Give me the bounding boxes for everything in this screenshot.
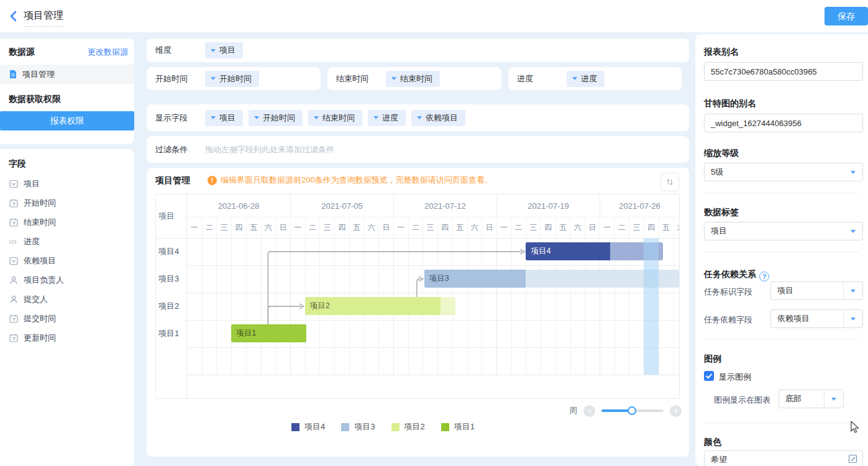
show-legend-checkbox[interactable] <box>704 371 714 381</box>
grid-line <box>187 320 679 321</box>
zoom-out-button[interactable]: − <box>583 405 595 417</box>
number-field-icon: 123 <box>9 237 18 246</box>
display-field-tag-依赖项目[interactable]: 依赖项目 <box>411 110 465 126</box>
start-time-field-tag[interactable]: 开始时间 <box>205 71 259 87</box>
grid-line <box>187 375 679 375</box>
grid-line <box>246 238 247 375</box>
task-dep-field-select[interactable]: 依赖项目 <box>770 309 863 328</box>
task-id-field-select[interactable]: 项目 <box>770 281 863 300</box>
field-item-label: 项目 <box>24 178 40 190</box>
grid-line <box>275 238 276 375</box>
gantt-bar-项目3[interactable]: 项目3 <box>424 270 679 288</box>
top-bar: 项目管理 保存 <box>0 0 868 32</box>
legend-item-项目3[interactable]: 项目3 <box>341 421 375 432</box>
page-title: 项目管理 <box>24 9 63 27</box>
legend-item-项目1[interactable]: 项目1 <box>441 421 475 432</box>
end-time-field-tag[interactable]: 结束时间 <box>386 71 440 87</box>
grid-line <box>187 347 679 348</box>
back-icon[interactable] <box>7 10 20 22</box>
zoom-in-button[interactable]: + <box>670 405 682 417</box>
day-header-cell: 六 <box>570 217 585 238</box>
task-row-label-项目2: 项目2 <box>158 293 179 320</box>
fields-card: 字段 项目开始时间结束时间123进度依赖项目项目负责人提交人提交时间更新时间 <box>0 149 134 466</box>
chevron-down-icon <box>211 77 216 80</box>
progress-field-tag[interactable]: 进度 <box>567 71 605 87</box>
field-list: 项目开始时间结束时间123进度依赖项目项目负责人提交人提交时间更新时间 <box>0 174 134 347</box>
task-id-field-label: 任务标识字段 <box>704 286 752 298</box>
task-column-header: 项目 <box>158 194 175 238</box>
gantt-alias-input[interactable]: _widget_1627444063956 <box>704 114 863 132</box>
gantt-bar-label: 项目2 <box>310 297 330 315</box>
datasource-item[interactable]: 项目管理 <box>0 65 134 84</box>
day-header-cell: 一 <box>290 217 305 238</box>
field-item-开始时间[interactable]: 开始时间 <box>0 193 134 212</box>
display-field-tag-开始时间[interactable]: 开始时间 <box>249 110 303 126</box>
gantt-bar-label: 项目3 <box>429 270 449 288</box>
chevron-down-icon <box>831 398 836 401</box>
change-datasource-link[interactable]: 更改数据源 <box>88 47 128 58</box>
gantt-title: 项目管理 <box>155 175 190 186</box>
day-header-cell: 六 <box>363 217 378 238</box>
sort-button[interactable] <box>660 173 679 191</box>
chevron-down-icon <box>373 116 378 119</box>
day-header-cell: 一 <box>393 217 408 238</box>
data-label-select[interactable]: 项目 <box>704 222 863 240</box>
legend-item-项目4[interactable]: 项目4 <box>291 421 325 432</box>
field-item-依赖项目[interactable]: 依赖项目 <box>0 251 134 270</box>
field-item-项目[interactable]: 项目 <box>0 174 134 193</box>
field-item-结束时间[interactable]: 结束时间 <box>0 212 134 232</box>
save-button[interactable]: 保存 <box>825 7 868 25</box>
field-item-提交人[interactable]: 提交人 <box>0 290 134 309</box>
legend-title: 图例 <box>704 354 721 365</box>
gantt-body: 项目4项目3项目2项目1 <box>187 238 679 398</box>
field-item-项目负责人[interactable]: 项目负责人 <box>0 270 134 290</box>
check-icon <box>704 371 714 381</box>
person-field-icon <box>9 295 18 304</box>
display-fields-label: 显示字段 <box>155 112 188 124</box>
display-field-tag-进度[interactable]: 进度 <box>368 110 406 126</box>
end-time-row: 结束时间 结束时间 <box>327 67 501 90</box>
edit-icon[interactable] <box>848 454 857 465</box>
dimension-field-tag[interactable]: 项目 <box>205 42 243 58</box>
filter-row[interactable]: 过滤条件 拖动左侧字段到此处来添加过滤条件 <box>147 136 689 163</box>
gantt-bar-项目2[interactable]: 项目2 <box>305 297 455 315</box>
legend-position-select[interactable]: 底部 <box>779 390 844 408</box>
grid-line <box>290 238 291 375</box>
datasource-card: 数据源 更改数据源 项目管理 数据获取权限 报表权限 <box>0 39 134 144</box>
grid-line <box>187 265 679 266</box>
zoom-level-select[interactable]: 5级 <box>704 163 863 181</box>
dependency-title: 任务依赖关系? <box>704 269 769 281</box>
gantt-card: 项目管理 ! 编辑界面只取数据源前200条作为查询数据预览，完整数据请访问页面查… <box>147 168 689 457</box>
zoom-slider-track[interactable] <box>601 409 664 412</box>
legend-item-项目2[interactable]: 项目2 <box>391 421 425 432</box>
report-permission-button[interactable]: 报表权限 <box>0 111 134 130</box>
display-field-tag-结束时间[interactable]: 结束时间 <box>308 110 362 126</box>
chevron-down-icon <box>211 116 216 119</box>
zoom-slider-row: 周 − + <box>569 403 682 419</box>
help-icon[interactable]: ? <box>759 272 769 281</box>
day-header-cell: 二 <box>408 217 423 238</box>
field-item-label: 项目负责人 <box>24 275 64 286</box>
field-item-label: 进度 <box>24 236 40 247</box>
zoom-slider-handle[interactable] <box>628 406 636 415</box>
legend-label: 项目2 <box>404 421 425 432</box>
task-row-label-项目3: 项目3 <box>158 265 179 293</box>
date-field-icon <box>9 198 18 208</box>
report-alias-input[interactable]: 55c7c730e6780a580cc03965 <box>704 62 863 81</box>
gantt-bar-项目1[interactable]: 项目1 <box>231 324 306 342</box>
display-field-tag-项目[interactable]: 项目 <box>205 110 243 126</box>
gantt-bar-项目4[interactable]: 项目4 <box>526 242 663 260</box>
day-header-cell: 二 <box>202 217 217 238</box>
day-header-cell: 四 <box>231 217 246 238</box>
progress-label: 进度 <box>517 73 533 85</box>
field-item-label: 结束时间 <box>24 217 56 228</box>
grid-line <box>482 238 482 375</box>
field-item-进度[interactable]: 123进度 <box>0 232 134 251</box>
field-item-更新时间[interactable]: 更新时间 <box>0 328 134 347</box>
color-scheme-input[interactable]: 希望 <box>704 450 863 466</box>
field-item-提交时间[interactable]: 提交时间 <box>0 309 134 328</box>
task-row-label-项目4: 项目4 <box>158 238 179 265</box>
day-header-cell: 三 <box>216 217 231 238</box>
show-legend-label: 显示图例 <box>719 372 751 383</box>
end-time-label: 结束时间 <box>336 73 368 85</box>
